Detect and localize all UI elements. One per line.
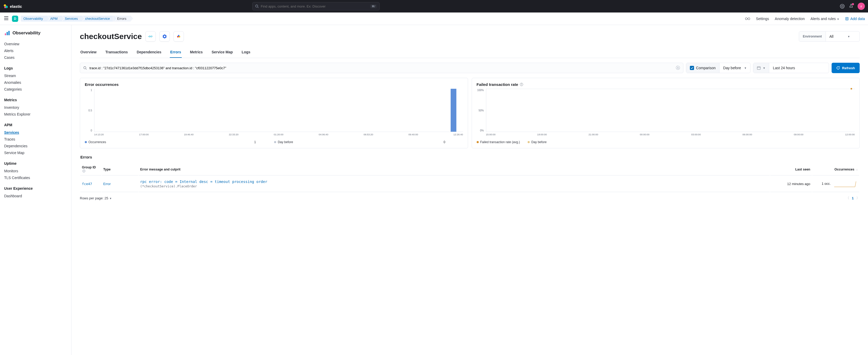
global-search-input[interactable] [261,4,368,8]
sort-desc-icon: ↓ [856,168,858,171]
inspect-icon[interactable] [745,17,750,21]
global-header: elastic ⌘/ r [0,0,868,12]
nav-apm-servicemap[interactable]: Service Map [4,149,67,156]
nav-uptime-tls[interactable]: TLS Certificates [4,174,67,181]
plot-area [486,89,855,132]
comparison-select[interactable]: Day before▼ [719,63,750,73]
time-range-picker[interactable]: ▼ Last 24 hours [753,63,829,73]
nav-apm-services[interactable]: Services [4,129,67,136]
side-nav: Observability Overview Alerts Cases Logs… [0,25,71,355]
help-icon[interactable] [840,4,845,8]
nav-logs-stream[interactable]: Stream [4,72,67,79]
nav-toggle-icon[interactable] [3,16,9,22]
sparkline [834,181,858,187]
anomaly-detection-link[interactable]: Anomaly detection [775,17,805,21]
panel-error-occurrences: Error occurrences 1 0.5 0 14:13:2017:00:… [80,78,468,148]
nav-head-metrics: Metrics [4,98,67,102]
col-message[interactable]: Error message and culprit [138,164,770,175]
info-icon[interactable]: ⓘ [83,170,85,173]
kuery-bar[interactable]: ⓧ [80,63,683,73]
nav-logs-categories[interactable]: Categories [4,86,67,93]
space-selector[interactable]: D [12,16,18,22]
svg-point-25 [84,67,86,69]
nav-ux-dashboard[interactable]: Dashboard [4,193,67,199]
environment-filter[interactable]: Environment All▼ [799,31,860,42]
data-point [850,88,852,90]
svg-line-4 [257,7,258,8]
svg-point-3 [256,5,258,7]
page-title: checkoutService [80,32,142,41]
tab-logs[interactable]: Logs [241,47,251,58]
search-icon [255,4,259,8]
breadcrumb-item[interactable]: checkoutService [80,16,114,22]
error-type[interactable]: Error [102,176,138,192]
agent-go-icon: -GO [145,31,156,42]
error-message-cell: rpc error: code = Internal desc = timeou… [138,176,770,192]
refresh-button[interactable]: Refresh [832,63,860,73]
table-title: Errors [80,155,860,159]
kuery-input[interactable] [89,66,673,70]
tab-servicemap[interactable]: Service Map [211,47,234,58]
info-icon[interactable] [520,83,523,86]
comparison-toggle[interactable]: Comparison [686,63,719,73]
nav-apm-traces[interactable]: Traces [4,136,67,143]
legend: Failed transaction rate (avg.) Day befor… [477,140,855,144]
error-occurrences-chart[interactable]: 1 0.5 0 14:13:2017:00:0019:46:4022:33:20… [85,89,463,138]
svg-line-26 [86,69,87,70]
tab-overview[interactable]: Overview [80,47,97,58]
col-group-id[interactable]: Group ID ⓘ [80,164,101,175]
service-tabs: Overview Transactions Dependencies Error… [80,47,860,58]
nav-metrics-explorer[interactable]: Metrics Explorer [4,111,67,118]
col-occurrences[interactable]: Occurrences ↓ [812,164,859,175]
notification-dot [852,3,854,5]
nav-head-logs: Logs [4,66,67,70]
page-prev[interactable]: 〈 [846,196,849,200]
col-last-seen[interactable]: Last seen [770,164,812,175]
app-subheader: D Observability APM Services checkoutSer… [0,12,868,25]
user-avatar[interactable]: r [858,3,865,10]
page-current[interactable]: 1 [852,196,854,200]
refresh-icon [836,66,840,70]
page-next[interactable]: 〉 [856,196,860,200]
environment-select[interactable]: All▼ [826,31,860,41]
global-search[interactable]: ⌘/ [252,2,380,10]
tab-transactions[interactable]: Transactions [105,47,128,58]
alerts-rules-link[interactable]: Alerts and rules▼ [810,17,839,21]
clear-query-icon[interactable]: ⓧ [676,65,680,71]
plot-area [94,89,463,132]
nav-uptime-monitors[interactable]: Monitors [4,168,67,174]
y-axis: 1 0.5 0 [85,89,92,132]
breadcrumb-item[interactable]: Observability [21,16,47,22]
svg-point-11 [748,18,750,20]
nav-metrics-inventory[interactable]: Inventory [4,104,67,111]
panel-title: Error occurrences [85,82,463,87]
add-data-link[interactable]: Add data [845,17,865,21]
nav-alerts[interactable]: Alerts [4,48,67,54]
gridline [486,89,855,89]
nav-head-uptime: Uptime [4,161,67,166]
rows-per-page-select[interactable]: Rows per page: 25▼ [80,196,112,200]
kubernetes-icon [159,31,170,42]
error-row[interactable]: fce47 Error rpc error: code = Internal d… [80,176,859,192]
gcp-icon [174,31,184,42]
error-group-id[interactable]: fce47 [80,176,101,192]
newsfeed-icon[interactable] [849,4,854,9]
error-message[interactable]: rpc error: code = Internal desc = timeou… [140,180,768,184]
nav-logs-anomalies[interactable]: Anomalies [4,79,67,86]
col-type[interactable]: Type [102,164,138,175]
failed-rate-chart[interactable]: 100% 50% 0% 15:00:0018:00:0021:00:0000:0… [477,89,855,138]
observability-icon [4,30,10,36]
tab-dependencies[interactable]: Dependencies [136,47,162,58]
tab-errors[interactable]: Errors [170,47,182,58]
brand[interactable]: elastic [3,4,22,9]
nav-cases[interactable]: Cases [4,54,67,61]
settings-link[interactable]: Settings [756,17,769,21]
panel-failed-rate: Failed transaction rate 100% 50% 0% 15:0… [472,78,860,148]
calendar-icon-button[interactable]: ▼ [753,63,769,73]
tab-metrics[interactable]: Metrics [190,47,203,58]
time-range-value[interactable]: Last 24 hours [769,63,829,73]
nav-overview[interactable]: Overview [4,40,67,48]
nav-head-apm: APM [4,123,67,127]
checkbox-icon [690,66,694,70]
nav-apm-dependencies[interactable]: Dependencies [4,143,67,149]
